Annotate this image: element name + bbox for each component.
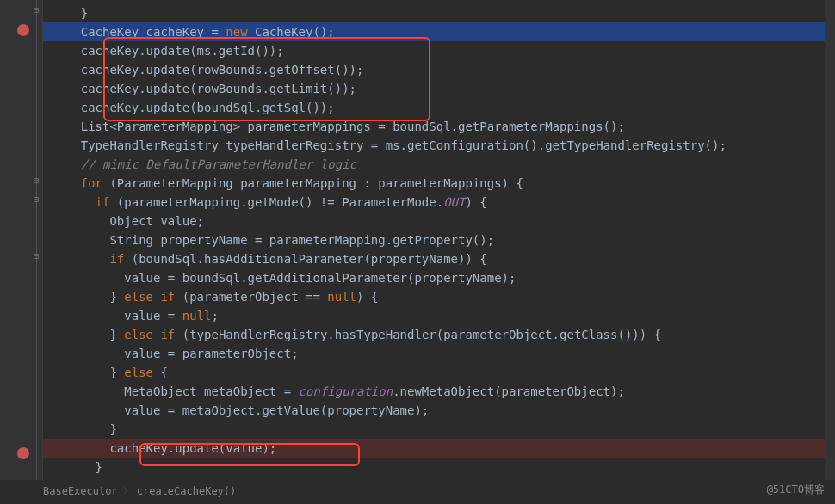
watermark: @51CTO博客 bbox=[767, 482, 825, 497]
breakpoint-icon[interactable] bbox=[17, 447, 29, 459]
gutter: ⊟ ⊟ ⊟ ⊟ bbox=[0, 0, 43, 480]
fold-toggle-icon[interactable]: ⊟ bbox=[31, 194, 41, 205]
code-line[interactable]: // mimic DefaultParameterHandler logic bbox=[43, 155, 835, 174]
fold-toggle-icon[interactable]: ⊟ bbox=[31, 251, 41, 261]
code-line[interactable]: cacheKey.update(ms.getId()); bbox=[43, 41, 835, 60]
scrollbar[interactable] bbox=[825, 0, 835, 480]
code-line[interactable]: TypeHandlerRegistry typeHandlerRegistry … bbox=[43, 136, 835, 155]
code-line[interactable]: cacheKey.update(boundSql.getSql()); bbox=[43, 98, 835, 117]
fold-toggle-icon[interactable]: ⊟ bbox=[31, 5, 41, 15]
code-line[interactable]: if (boundSql.hasAdditionalParameter(prop… bbox=[43, 249, 835, 268]
breadcrumb[interactable]: BaseExecutor 〉 createCacheKey() bbox=[43, 485, 236, 497]
code-line[interactable]: cacheKey.update(rowBounds.getLimit()); bbox=[43, 79, 835, 98]
code-line[interactable]: } bbox=[43, 458, 835, 476]
code-line[interactable]: } else if (typeHandlerRegistry.hasTypeHa… bbox=[43, 325, 835, 344]
code-line[interactable]: if (parameterMapping.getMode() != Parame… bbox=[43, 193, 835, 212]
code-line[interactable]: String propertyName = parameterMapping.g… bbox=[43, 230, 835, 249]
code-line[interactable]: } else { bbox=[43, 363, 835, 382]
code-line[interactable]: value = parameterObject; bbox=[43, 344, 835, 363]
code-area[interactable]: } CacheKey cacheKey = new CacheKey(); ca… bbox=[43, 0, 835, 480]
code-line[interactable]: } bbox=[43, 3, 835, 22]
code-line[interactable]: Object value; bbox=[43, 212, 835, 230]
code-line[interactable]: value = null; bbox=[43, 306, 835, 325]
code-line[interactable]: MetaObject metaObject = configuration.ne… bbox=[43, 382, 835, 401]
code-line[interactable]: List<ParameterMapping> parameterMappings… bbox=[43, 117, 835, 136]
code-line[interactable]: for (ParameterMapping parameterMapping :… bbox=[43, 174, 835, 193]
code-line[interactable]: value = metaObject.getValue(propertyName… bbox=[43, 401, 835, 420]
breadcrumb-method[interactable]: createCacheKey() bbox=[137, 485, 237, 497]
fold-guide bbox=[36, 0, 37, 480]
code-line[interactable]: cacheKey.update(rowBounds.getOffset()); bbox=[43, 60, 835, 79]
code-line[interactable]: value = boundSql.getAdditionalParameter(… bbox=[43, 268, 835, 287]
code-line[interactable]: } else if (parameterObject == null) { bbox=[43, 287, 835, 306]
chevron-right-icon: 〉 bbox=[123, 485, 132, 497]
breadcrumb-class[interactable]: BaseExecutor bbox=[43, 485, 118, 497]
code-line-highlighted[interactable]: CacheKey cacheKey = new CacheKey(); bbox=[43, 22, 835, 41]
code-line-highlighted[interactable]: cacheKey.update(value); bbox=[43, 439, 835, 458]
code-line[interactable]: } bbox=[43, 420, 835, 439]
code-editor[interactable]: ⊟ ⊟ ⊟ ⊟ } CacheKey cacheKey = new CacheK… bbox=[0, 0, 835, 480]
fold-toggle-icon[interactable]: ⊟ bbox=[31, 175, 41, 186]
breakpoint-icon[interactable] bbox=[17, 24, 29, 36]
